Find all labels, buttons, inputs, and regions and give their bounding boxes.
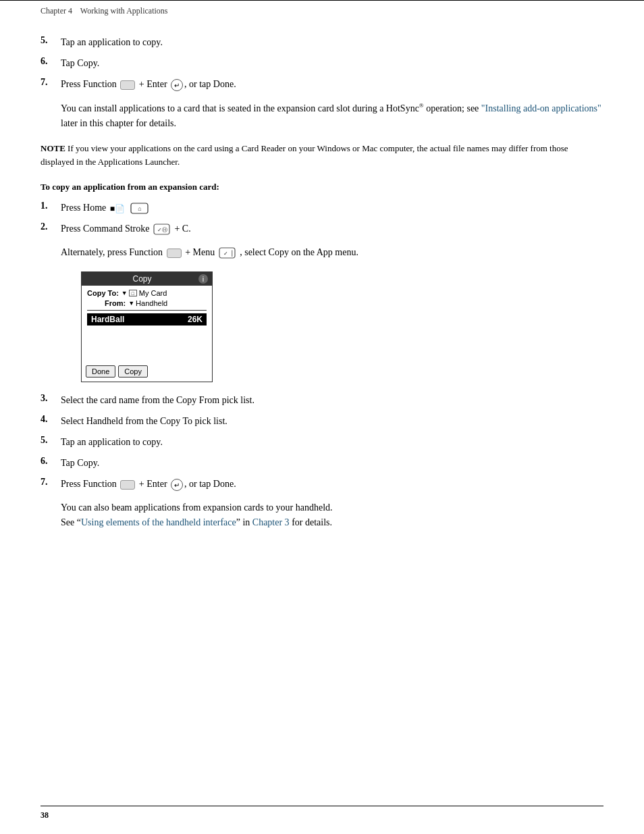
svg-text:⌂: ⌂ <box>138 205 141 212</box>
step-3-number-4: 4. <box>41 414 61 425</box>
step-2-text-1: Press Home ■📄 ⌂ <box>61 201 149 215</box>
step-text-6: Tap Copy. <box>61 56 99 70</box>
menu-icon: ✓▕ <box>219 247 236 259</box>
step-item-5: 5. Tap an application to copy. <box>41 35 603 49</box>
step-list-3: 3. Select the card name from the Copy Fr… <box>41 393 603 491</box>
note-block: NOTE If you view your applications on th… <box>41 142 603 168</box>
app-size: 26K <box>188 315 203 324</box>
copy-button[interactable]: Copy <box>118 365 148 377</box>
from-label: From: <box>105 299 126 307</box>
enter-icon <box>171 79 183 91</box>
svg-text:✓▕: ✓▕ <box>223 250 232 257</box>
home-svg-icon: ⌂ <box>130 203 149 215</box>
copy-to-value: My Card <box>139 289 167 297</box>
page-footer: 38 <box>41 806 603 820</box>
step-3-number-6: 6. <box>41 456 61 467</box>
home-icon: ■📄 <box>110 203 125 215</box>
closing-prefix: See “ <box>61 517 81 527</box>
note-label: NOTE <box>41 143 65 153</box>
closing-paragraph: You can also beam applications from expa… <box>61 500 603 531</box>
dialog-divider <box>87 310 207 311</box>
handheld-interface-link[interactable]: Using elements of the handheld interface <box>81 517 236 527</box>
copy-dialog: Copy i Copy To: ▼ □ My Card From: ▼ Hand… <box>81 271 213 382</box>
page-number: 38 <box>41 810 49 820</box>
function-icon-2 <box>167 249 182 258</box>
copy-to-label: Copy To: <box>87 289 119 297</box>
step-2-number-1: 1. <box>41 201 61 211</box>
dropdown-arrow-2: ▼ <box>128 300 134 307</box>
step-3-item-3: 3. Select the card name from the Copy Fr… <box>41 393 603 407</box>
step-item-6: 6. Tap Copy. <box>41 56 603 70</box>
step-3-number-3: 3. <box>41 393 61 404</box>
step-2-text-2: Press Command Stroke ✓Ⓗ + C. <box>61 221 191 236</box>
step-list-1: 5. Tap an application to copy. 6. Tap Co… <box>41 35 603 91</box>
chapter-label: Chapter 4 <box>41 6 72 16</box>
step-text-5: Tap an application to copy. <box>61 35 163 49</box>
step-list-2: 1. Press Home ■📄 ⌂ 2. Press Command Stro… <box>41 201 603 236</box>
card-icon: □ <box>129 290 137 296</box>
step-2-number-2: 2. <box>41 221 61 232</box>
dropdown-arrow-1: ▼ <box>122 290 128 296</box>
registered-mark: ® <box>419 102 424 109</box>
step-3-text-7: Press Function + Enter , or tap Done. <box>61 477 236 491</box>
dialog-title: Copy <box>86 274 198 284</box>
from-dropdown[interactable]: ▼ Handheld <box>128 299 167 307</box>
command-stroke-icon: ✓Ⓗ <box>153 224 171 236</box>
info-paragraph: You can install applications to a card t… <box>61 101 603 131</box>
done-button[interactable]: Done <box>86 365 115 377</box>
from-value: Handheld <box>136 299 167 307</box>
installing-link[interactable]: "Installing add-on applications" <box>481 103 601 113</box>
step-3-text-6: Tap Copy. <box>61 456 99 470</box>
dialog-spacer <box>87 325 207 359</box>
step-number-6: 6. <box>41 56 61 67</box>
main-content: 5. Tap an application to copy. 6. Tap Co… <box>0 35 644 578</box>
closing-mid: ” in <box>236 517 252 527</box>
app-row: HardBall 26K <box>87 313 207 325</box>
step-3-item-5: 5. Tap an application to copy. <box>41 435 603 449</box>
step-2-item-1: 1. Press Home ■📄 ⌂ <box>41 201 603 215</box>
section-label: Working with Applications <box>80 6 168 16</box>
step-number-5: 5. <box>41 35 61 46</box>
page-header: Chapter 4 Working with Applications <box>0 0 644 22</box>
section-heading: To copy an application from an expansion… <box>41 182 603 192</box>
closing-suffix: for details. <box>290 517 332 527</box>
step-2-item-2: 2. Press Command Stroke ✓Ⓗ + C. <box>41 221 603 236</box>
chapter3-link[interactable]: Chapter 3 <box>252 517 290 527</box>
step-number-7: 7. <box>41 77 61 88</box>
function-icon <box>120 80 135 90</box>
from-row: From: ▼ Handheld <box>87 299 207 307</box>
dialog-body: Copy To: ▼ □ My Card From: ▼ Handheld Ha… <box>82 286 212 363</box>
step-3-number-7: 7. <box>41 477 61 488</box>
function-icon-3 <box>120 480 135 490</box>
step-3-number-5: 5. <box>41 435 61 446</box>
step-3-item-7: 7. Press Function + Enter , or tap Done. <box>41 477 603 491</box>
step-3-text-4: Select Handheld from the Copy To pick li… <box>61 414 227 428</box>
step-3-text-5: Tap an application to copy. <box>61 435 163 449</box>
copy-to-row: Copy To: ▼ □ My Card <box>87 289 207 297</box>
svg-text:✓Ⓗ: ✓Ⓗ <box>157 227 167 233</box>
alternate-text: Alternately, press Function + Menu ✓▕ , … <box>61 245 603 260</box>
app-name: HardBall <box>91 315 124 324</box>
note-text: If you view your applications on the car… <box>41 143 568 167</box>
step-3-item-4: 4. Select Handheld from the Copy To pick… <box>41 414 603 428</box>
info-icon: i <box>198 274 208 284</box>
step-3-text-3: Select the card name from the Copy From … <box>61 393 254 407</box>
dialog-buttons: Done Copy <box>82 363 212 382</box>
copy-to-dropdown[interactable]: ▼ □ My Card <box>122 289 167 297</box>
step-3-item-6: 6. Tap Copy. <box>41 456 603 470</box>
enter-icon-2 <box>171 479 183 491</box>
step-text-7: Press Function + Enter , or tap Done. <box>61 77 236 91</box>
closing-text-1: You can also beam applications from expa… <box>61 502 333 513</box>
dialog-titlebar: Copy i <box>82 272 212 286</box>
step-item-7: 7. Press Function + Enter , or tap Done. <box>41 77 603 91</box>
